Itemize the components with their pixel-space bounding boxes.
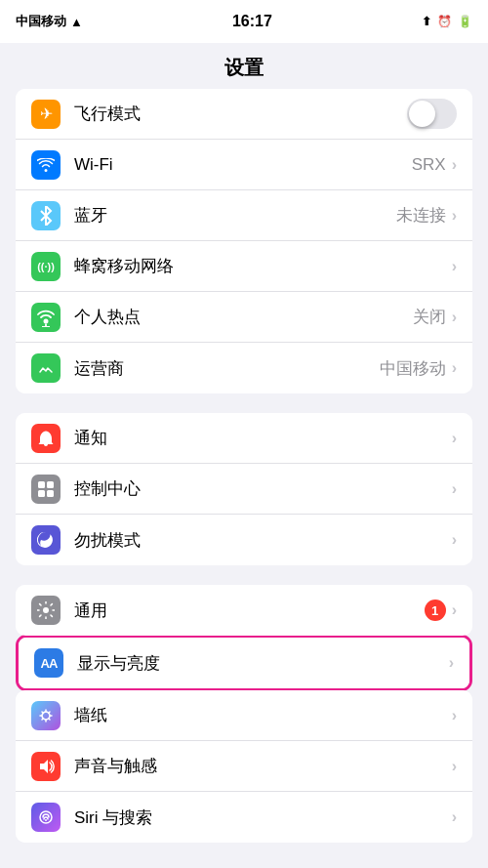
hotspot-chevron: › — [452, 309, 457, 326]
svg-point-0 — [44, 318, 49, 323]
wallpaper-icon — [31, 701, 61, 730]
display-label: 显示与亮度 — [77, 652, 449, 675]
airplane-icon: ✈ — [31, 100, 61, 129]
dnd-icon — [31, 525, 61, 555]
carrier-text: 中国移动 — [16, 13, 66, 30]
row-sound[interactable]: 声音与触感 › — [16, 741, 472, 792]
wifi-value: SRX — [412, 155, 446, 175]
row-wallpaper[interactable]: 墙纸 › — [16, 690, 472, 741]
svg-rect-5 — [38, 490, 45, 497]
siri-chevron: › — [452, 808, 457, 826]
row-notifications[interactable]: 通知 › — [16, 413, 472, 464]
cellular-icon: ((·)) — [31, 252, 61, 281]
carrier-value: 中国移动 — [380, 357, 446, 380]
bluetooth-label: 蓝牙 — [74, 204, 396, 227]
control-center-icon — [31, 475, 61, 504]
hotspot-icon — [31, 303, 61, 332]
carrier-icon — [31, 353, 61, 383]
airplane-toggle[interactable] — [407, 99, 457, 129]
row-display[interactable]: AA 显示与亮度 › — [19, 638, 469, 688]
sound-label: 声音与触感 — [74, 755, 452, 777]
display-chevron: › — [449, 654, 454, 672]
svg-rect-3 — [38, 481, 45, 488]
section-notifications: 通知 › 控制中心 › 勿扰模式 › — [0, 413, 488, 565]
svg-marker-9 — [40, 760, 48, 773]
svg-point-7 — [43, 607, 49, 613]
general-chevron: › — [452, 601, 457, 619]
sound-chevron: › — [452, 758, 457, 775]
svg-point-11 — [45, 819, 47, 821]
hotspot-label: 个人热点 — [74, 306, 413, 328]
dnd-label: 勿扰模式 — [74, 529, 452, 552]
cellular-label: 蜂窝移动网络 — [74, 255, 452, 277]
status-right: ⬆ ⏰ 🔋 — [422, 15, 472, 28]
hotspot-value: 关闭 — [413, 306, 446, 328]
notifications-chevron: › — [452, 430, 457, 447]
control-center-label: 控制中心 — [74, 477, 452, 500]
battery-icon: 🔋 — [458, 15, 472, 28]
location-icon: ⬆ — [422, 15, 431, 28]
notifications-group: 通知 › 控制中心 › 勿扰模式 › — [16, 413, 472, 565]
notifications-icon — [31, 424, 61, 453]
row-general[interactable]: 通用 1 › — [16, 585, 472, 636]
display-icon: AA — [34, 648, 63, 678]
network-group: ✈ 飞行模式 Wi-Fi SRX › — [16, 89, 472, 393]
general-badge: 1 — [425, 599, 446, 621]
highlighted-display-wrapper: AA 显示与亮度 › — [16, 635, 472, 691]
dnd-chevron: › — [452, 531, 457, 549]
section-network: ✈ 飞行模式 Wi-Fi SRX › — [0, 89, 488, 393]
page-title: 设置 — [0, 43, 488, 89]
sound-icon — [31, 752, 61, 781]
row-carrier[interactable]: 运营商 中国移动 › — [16, 343, 472, 393]
section-display: 通用 1 › AA 显示与亮度 › 墙纸 › — [0, 585, 488, 843]
bluetooth-icon — [31, 201, 61, 230]
wifi-icon: ▲ — [70, 15, 83, 29]
svg-rect-6 — [47, 490, 54, 497]
airplane-label: 飞行模式 — [74, 103, 407, 125]
row-control-center[interactable]: 控制中心 › — [16, 464, 472, 515]
display-lower-group: 墙纸 › 声音与触感 › — [16, 690, 472, 843]
siri-label: Siri 与搜索 — [74, 806, 452, 829]
row-siri[interactable]: Siri 与搜索 › — [16, 792, 472, 843]
wifi-chevron: › — [452, 156, 457, 174]
carrier-label: 运营商 — [74, 357, 380, 380]
general-icon — [31, 596, 61, 625]
status-bar: 中国移动 ▲ 16:17 ⬆ ⏰ 🔋 — [0, 0, 488, 43]
general-label: 通用 — [74, 599, 425, 622]
wifi-label: Wi-Fi — [74, 155, 412, 175]
notifications-label: 通知 — [74, 427, 452, 449]
bluetooth-value: 未连接 — [396, 204, 446, 227]
svg-rect-4 — [47, 481, 54, 488]
wallpaper-label: 墙纸 — [74, 704, 452, 726]
row-dnd[interactable]: 勿扰模式 › — [16, 515, 472, 565]
row-bluetooth[interactable]: 蓝牙 未连接 › — [16, 190, 472, 241]
status-left: 中国移动 ▲ — [16, 13, 83, 30]
cellular-chevron: › — [452, 258, 457, 275]
toggle-knob — [409, 101, 435, 127]
row-hotspot[interactable]: 个人热点 关闭 › — [16, 292, 472, 343]
row-wifi[interactable]: Wi-Fi SRX › — [16, 140, 472, 190]
wallpaper-chevron: › — [452, 707, 457, 724]
display-group: 通用 1 › — [16, 585, 472, 636]
status-time: 16:17 — [232, 13, 272, 30]
row-airplane[interactable]: ✈ 飞行模式 — [16, 89, 472, 140]
siri-icon — [31, 803, 61, 832]
carrier-chevron: › — [452, 359, 457, 377]
bluetooth-chevron: › — [452, 207, 457, 225]
control-center-chevron: › — [452, 480, 457, 498]
alarm-icon: ⏰ — [437, 15, 452, 28]
row-cellular[interactable]: ((·)) 蜂窝移动网络 › — [16, 241, 472, 292]
wifi-row-icon — [31, 150, 61, 180]
